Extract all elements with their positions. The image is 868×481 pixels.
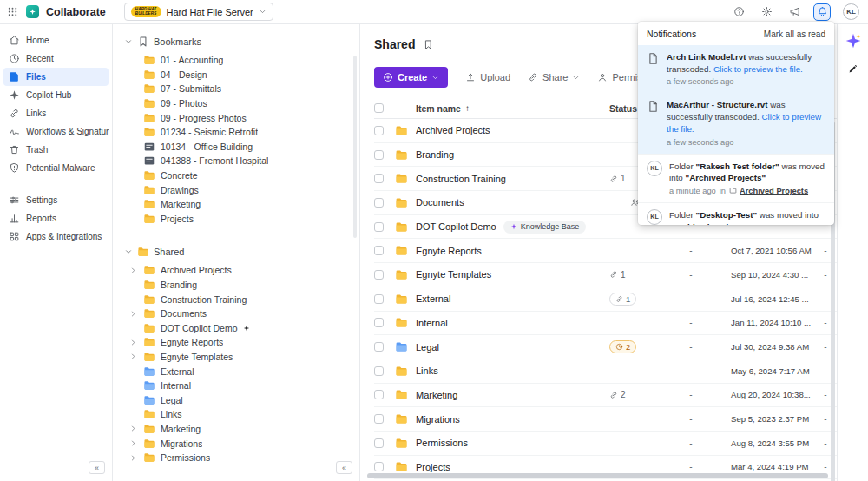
tree-item-marketing[interactable]: Marketing: [113, 422, 359, 437]
chevron-down-icon[interactable]: [123, 37, 133, 47]
item-name[interactable]: DOT Copilot Demo: [416, 221, 496, 232]
preview-file-link[interactable]: Click to preview the file.: [713, 64, 803, 74]
tree-item-legal[interactable]: Legal: [113, 392, 359, 407]
tree-item-migrations[interactable]: Migrations: [113, 436, 359, 451]
help-icon[interactable]: [730, 3, 747, 21]
notification-item[interactable]: Arch Link Model.rvt was successfully tra…: [638, 45, 834, 93]
row-checkbox[interactable]: [374, 150, 384, 160]
tree-item-branding[interactable]: Branding: [113, 278, 359, 293]
notification-item[interactable]: MacArthur - Structure.rvt was successful…: [638, 93, 834, 153]
file-row-egnyte-templates[interactable]: Egnyte Templates1-Sep 10, 2024 4:30 ...-: [374, 263, 837, 287]
tree-item-01-accounting[interactable]: 01 - Accounting: [113, 53, 359, 68]
tree-item-041388-fremont-hospital[interactable]: 041388 - Fremont Hospital: [113, 154, 359, 168]
file-row-egnyte-reports[interactable]: Egnyte Reports-Oct 7, 2021 10:56 AM-: [374, 239, 837, 263]
tree-item-concrete[interactable]: Concrete: [113, 168, 359, 183]
copilot-icon[interactable]: [845, 32, 862, 49]
notification-item[interactable]: KLFolder "Desktop-Test" was moved into "…: [638, 202, 834, 225]
tree-item-dot-copilot-demo[interactable]: DOT Copilot Demo: [113, 321, 359, 336]
tree-item-projects[interactable]: Projects: [113, 212, 359, 227]
upload-button[interactable]: Upload: [465, 72, 510, 82]
gear-icon[interactable]: [758, 3, 775, 21]
chevron-right-icon[interactable]: [128, 266, 138, 275]
tree-item-archived-projects[interactable]: Archived Projects: [113, 263, 359, 278]
file-row-links[interactable]: Links-May 6, 2024 7:17 AM-: [374, 359, 837, 384]
row-checkbox[interactable]: [374, 222, 384, 232]
item-name[interactable]: Documents: [416, 197, 464, 208]
share-button[interactable]: Share: [528, 72, 580, 82]
item-name[interactable]: Branding: [416, 149, 454, 160]
item-name[interactable]: Projects: [416, 462, 450, 472]
chevron-right-icon[interactable]: [128, 338, 138, 347]
sidebar-item-potential-malware[interactable]: Potential Malware: [3, 159, 108, 177]
tree-item-10134-office-building[interactable]: 10134 - Office Building: [113, 140, 359, 155]
tree-item-09-photos[interactable]: 09 - Photos: [113, 96, 359, 111]
tree-item-links[interactable]: Links: [113, 407, 359, 422]
item-name[interactable]: Links: [416, 366, 438, 376]
row-checkbox[interactable]: [374, 438, 384, 448]
chevron-right-icon[interactable]: [128, 453, 138, 463]
sidebar-item-trash[interactable]: Trash: [3, 141, 108, 159]
tree-section-bookmarks[interactable]: Bookmarks: [113, 33, 359, 50]
item-name[interactable]: Legal: [416, 342, 439, 353]
file-row-legal[interactable]: Legal2-Jul 30, 2024 9:38 AM-: [374, 335, 837, 359]
create-button[interactable]: Create: [374, 67, 448, 88]
location-link[interactable]: Archived Projects: [729, 187, 808, 195]
horizontal-scrollbar[interactable]: [367, 473, 828, 478]
sidebar-item-copilot-hub[interactable]: Copilot Hub: [3, 86, 108, 104]
file-row-migrations[interactable]: Migrations-Sep 5, 2023 2:37 PM-: [374, 407, 837, 432]
row-checkbox[interactable]: [374, 366, 384, 376]
tree-item-external[interactable]: External: [113, 364, 359, 379]
chevron-right-icon[interactable]: [128, 438, 138, 448]
sidebar-item-workflows-signatures[interactable]: Workflows & Signatures: [3, 122, 108, 141]
column-header-item-name[interactable]: Item name ↑: [416, 103, 599, 114]
tree-scrollbar[interactable]: [353, 56, 357, 238]
chevron-right-icon[interactable]: [128, 352, 138, 361]
file-row-internal[interactable]: Internal-Jan 11, 2024 10:10 ...-: [374, 312, 837, 336]
megaphone-icon[interactable]: [786, 3, 803, 21]
sidebar-item-reports[interactable]: Reports: [3, 209, 108, 227]
tree-item-permissions[interactable]: Permissions: [113, 451, 359, 465]
row-checkbox[interactable]: [374, 270, 384, 280]
row-checkbox[interactable]: [374, 126, 384, 135]
file-row-external[interactable]: External1-Jul 16, 2024 12:45 ...-: [374, 287, 837, 312]
sidebar-item-apps-integrations[interactable]: Apps & Integrations: [3, 227, 108, 246]
mark-all-read-button[interactable]: Mark all as read: [764, 30, 825, 39]
file-row-marketing[interactable]: Marketing2-Aug 20, 2024 10:38...-: [374, 384, 837, 408]
sidebar-item-recent[interactable]: Recent: [3, 49, 108, 68]
workspace-selector[interactable]: HARD HAT BUILDERS Hard Hat File Server: [124, 3, 273, 21]
row-checkbox[interactable]: [374, 246, 384, 255]
item-name[interactable]: Egnyte Reports: [416, 246, 482, 256]
tree-item-09-progress-photos[interactable]: 09 - Progress Photos: [113, 110, 359, 125]
tree-item-01234-seismic-retrofit[interactable]: 01234 - Seismic Retrofit: [113, 125, 359, 140]
item-name[interactable]: Migrations: [416, 414, 460, 425]
item-name[interactable]: External: [416, 293, 450, 304]
sidebar-item-links[interactable]: Links: [3, 104, 108, 122]
sidebar-item-files[interactable]: Files: [3, 68, 108, 86]
item-name[interactable]: Marketing: [416, 390, 457, 400]
tree-section-shared[interactable]: Shared: [113, 243, 359, 260]
chevron-down-icon[interactable]: [123, 247, 133, 257]
notifications-bell-icon[interactable]: [813, 3, 831, 21]
row-checkbox[interactable]: [374, 390, 384, 399]
item-name[interactable]: Construction Training: [416, 174, 506, 184]
tree-item-egnyte-reports[interactable]: Egnyte Reports: [113, 335, 359, 350]
file-row-permissions[interactable]: Permissions-Aug 8, 2024 3:55 PM-: [374, 432, 837, 456]
sidebar-item-settings[interactable]: Settings: [3, 191, 108, 209]
tree-item-construction-training[interactable]: Construction Training: [113, 292, 359, 306]
sidebar-collapse-button[interactable]: «: [89, 461, 105, 474]
item-name[interactable]: Egnyte Templates: [416, 269, 491, 280]
row-checkbox[interactable]: [374, 342, 384, 352]
tree-item-drawings[interactable]: Drawings: [113, 182, 359, 197]
tree-item-07-submittals[interactable]: 07 - Submittals: [113, 82, 359, 96]
item-name[interactable]: Permissions: [416, 438, 468, 448]
item-name[interactable]: Archived Projects: [416, 125, 490, 135]
row-checkbox[interactable]: [374, 414, 384, 424]
tree-collapse-button[interactable]: «: [336, 461, 352, 474]
bookmark-icon[interactable]: [423, 39, 434, 50]
row-checkbox[interactable]: [374, 462, 384, 471]
tree-item-documents[interactable]: Documents: [113, 306, 359, 321]
notification-item[interactable]: KLFolder "Rakesh Test folder" was moved …: [638, 154, 834, 202]
annotate-pen-icon[interactable]: [848, 64, 858, 74]
row-checkbox[interactable]: [374, 198, 384, 208]
tree-item-egnyte-templates[interactable]: Egnyte Templates: [113, 350, 359, 365]
